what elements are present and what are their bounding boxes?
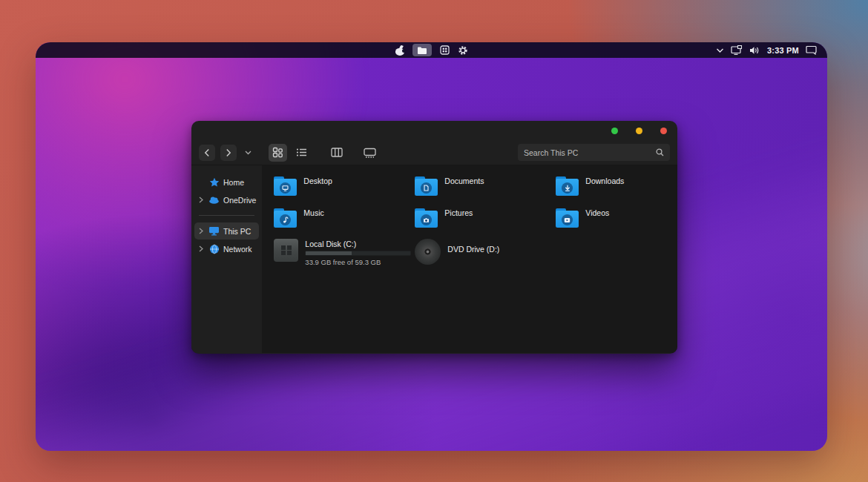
folder-item-documents[interactable]: Documents	[415, 174, 556, 199]
expand-chevron	[197, 179, 205, 185]
drive-free-space: 33.9 GB free of 59.3 GB	[305, 258, 411, 266]
traffic-lights	[611, 128, 667, 134]
folder-label: Music	[303, 208, 323, 231]
expand-chevron[interactable]	[197, 228, 205, 234]
folder-icon	[274, 174, 297, 197]
sidebar-label: This PC	[223, 227, 251, 236]
settings-gear-icon[interactable]	[458, 45, 468, 56]
tray-chevron-down-icon[interactable]	[716, 47, 724, 53]
sidebar-label: OneDrive	[223, 196, 256, 205]
capacity-bar-fill	[306, 251, 352, 255]
sidebar-item-onedrive[interactable]: OneDrive	[194, 191, 259, 208]
hard-drive-icon	[274, 239, 298, 262]
menu-bar: 3:33 PM	[36, 42, 827, 58]
onedrive-cloud-icon	[208, 194, 220, 205]
search-input[interactable]	[524, 148, 651, 157]
folder-icon	[415, 206, 438, 228]
sidebar-item-this-pc[interactable]: This PC	[194, 222, 259, 240]
folder-label: Pictures	[444, 208, 473, 231]
folder-item-videos[interactable]: Videos	[556, 206, 677, 231]
folder-icon	[274, 206, 297, 228]
drive-item-local-disk[interactable]: Local Disk (C:) 33.9 GB free of 59.3 GB	[274, 239, 415, 266]
sidebar-label: Home	[223, 178, 244, 187]
folder-item-desktop[interactable]: Desktop	[274, 174, 415, 199]
clock[interactable]: 3:33 PM	[767, 46, 799, 55]
folder-item-music[interactable]: Music	[274, 206, 415, 231]
sidebar-separator	[199, 215, 254, 216]
view-list-button[interactable]	[292, 144, 311, 162]
close-button[interactable]	[660, 128, 667, 134]
folder-icon	[417, 46, 427, 55]
file-explorer-window: Home OneDrive	[191, 121, 677, 354]
drives-row: Local Disk (C:) 33.9 GB free of 59.3 GB …	[274, 239, 677, 266]
folder-label: Desktop	[303, 176, 332, 199]
files-app-button[interactable]	[412, 44, 432, 56]
sidebar-item-network[interactable]: Network	[194, 240, 259, 257]
folder-label: Documents	[444, 176, 484, 199]
folder-item-pictures[interactable]: Pictures	[415, 206, 556, 231]
view-columns-button[interactable]	[327, 144, 346, 162]
view-gallery-button[interactable]	[361, 144, 379, 162]
display-cast-icon[interactable]	[731, 45, 743, 55]
forward-button[interactable]	[220, 145, 237, 161]
apple-logo-icon[interactable]	[395, 45, 404, 56]
folder-content-area: Desktop Documents	[262, 165, 677, 353]
folder-icon	[556, 206, 579, 228]
folder-item-downloads[interactable]: Downloads	[556, 174, 677, 199]
folder-icon	[556, 174, 579, 197]
folder-label: Videos	[585, 208, 609, 231]
this-pc-monitor-icon	[208, 225, 220, 237]
folder-label: Downloads	[585, 176, 624, 199]
capacity-bar	[305, 251, 411, 256]
dvd-disc-icon	[415, 239, 441, 265]
title-bar[interactable]	[191, 121, 677, 140]
sidebar-item-home[interactable]: Home	[194, 174, 259, 191]
desktop-screen: 3:33 PM	[36, 42, 827, 451]
drive-label: DVD Drive (D:)	[447, 245, 499, 266]
system-tray: 3:33 PM	[716, 45, 817, 55]
expand-chevron[interactable]	[197, 197, 205, 203]
drive-item-dvd[interactable]: DVD Drive (D:)	[415, 239, 556, 266]
back-button[interactable]	[199, 145, 215, 161]
notification-bubble-icon[interactable]	[806, 45, 817, 55]
folder-icon	[415, 174, 438, 197]
network-globe-icon	[208, 243, 220, 254]
zoom-button[interactable]	[611, 128, 618, 134]
folders-grid: Desktop Documents	[274, 174, 677, 231]
search-box[interactable]	[518, 144, 670, 161]
toolbar	[191, 140, 677, 165]
desktop-frame: { "menubar": { "time": "3:33 PM" }, "win…	[0, 0, 868, 482]
recent-locations-chevron[interactable]	[242, 145, 254, 161]
sidebar-label: Network	[223, 245, 252, 254]
menubar-app-icons	[395, 42, 468, 58]
minimize-button[interactable]	[636, 128, 642, 134]
navigation-sidebar: Home OneDrive	[191, 165, 262, 353]
drive-label: Local Disk (C:)	[305, 240, 411, 248]
speaker-volume-icon[interactable]	[749, 46, 760, 55]
widgets-app-icon[interactable]	[440, 45, 450, 55]
windows-logo-icon	[281, 245, 292, 256]
home-star-icon	[208, 176, 220, 188]
search-icon	[656, 148, 664, 156]
view-grid-button[interactable]	[269, 144, 287, 162]
expand-chevron[interactable]	[197, 245, 205, 252]
